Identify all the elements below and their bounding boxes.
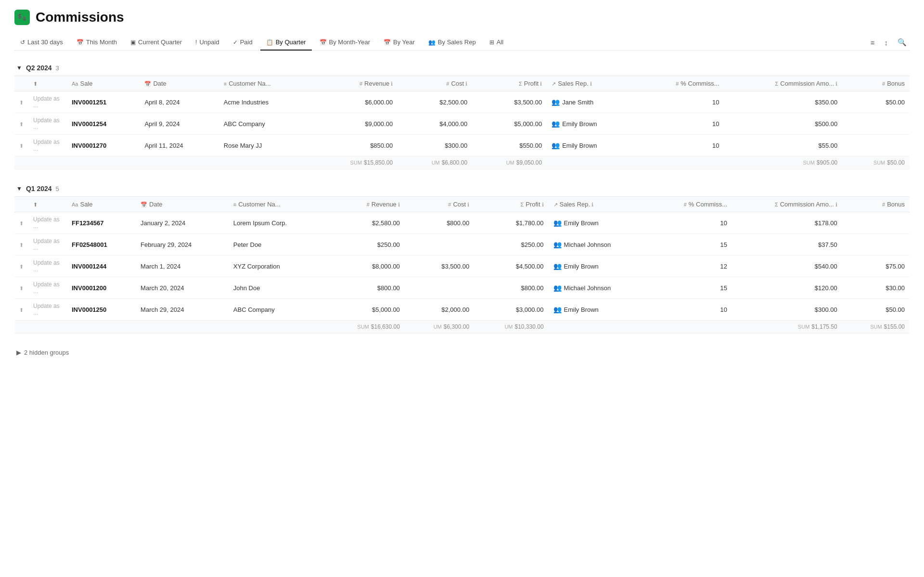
col-label-9: Commission Amo... bbox=[780, 80, 834, 87]
sum-cell-4 bbox=[229, 321, 325, 333]
col-info-7[interactable]: ℹ bbox=[590, 81, 592, 87]
row-update-btn-2[interactable]: Update as ... bbox=[28, 256, 67, 277]
cell-sales-rep-0: 👥Emily Brown bbox=[549, 212, 651, 234]
page-header: 💱 Commissions bbox=[14, 10, 910, 25]
toolbar-btn-unpaid[interactable]: !Unpaid bbox=[190, 35, 225, 51]
cell-pct-commission-1: 10 bbox=[637, 113, 724, 135]
toolbar-btn-label-last30days: Last 30 days bbox=[27, 38, 63, 46]
toolbar-btn-last30days[interactable]: ↺Last 30 days bbox=[14, 35, 69, 51]
sum-cell-8 bbox=[549, 321, 651, 333]
sum-cell-6: UM$6,300.00 bbox=[405, 321, 474, 333]
cell-pct-commission-3: 15 bbox=[651, 277, 732, 299]
toolbar-btn-all[interactable]: ⊞All bbox=[484, 35, 509, 51]
sum-cell-8 bbox=[547, 156, 637, 169]
toolbar-right: ≡ ↕ 🔍 bbox=[868, 36, 910, 49]
col-info-5[interactable]: ℹ bbox=[465, 81, 467, 87]
col-label-4: Revenue bbox=[364, 80, 389, 87]
col-label-10: Bonus bbox=[887, 80, 905, 87]
cell-date-0: January 2, 2024 bbox=[136, 212, 229, 234]
toolbar-btn-icon-last30days: ↺ bbox=[20, 39, 25, 46]
row-checkbox-1[interactable]: ⬆ bbox=[14, 234, 28, 256]
filter-icon[interactable]: ≡ bbox=[868, 37, 878, 49]
col-header-salesrep: ↗Sales Rep.ℹ bbox=[549, 197, 651, 212]
cell-revenue-1: $9,000.00 bbox=[312, 113, 398, 135]
col-header-actions bbox=[14, 76, 28, 91]
group-q2-2024: ▼ Q2 2024 3 ⬆AaSale📅Date≡Customer Na...#… bbox=[14, 60, 910, 169]
col-info-4[interactable]: ℹ bbox=[391, 81, 393, 87]
col-header-bonus: #Bonus bbox=[842, 76, 910, 91]
toolbar-btn-label-unpaid: Unpaid bbox=[199, 38, 219, 46]
col-icon-1: Aa bbox=[72, 202, 78, 207]
cell-sales-rep-0: 👥Jane Smith bbox=[547, 91, 637, 113]
col-info-6[interactable]: ℹ bbox=[540, 81, 542, 87]
row-expand-icon: ⬆ bbox=[19, 264, 24, 269]
row-checkbox-3[interactable]: ⬆ bbox=[14, 277, 28, 299]
toolbar-btn-bysalesrep[interactable]: 👥By Sales Rep bbox=[423, 35, 482, 51]
toolbar-btn-icon-all: ⊞ bbox=[489, 39, 494, 46]
cell-customer-1: ABC Company bbox=[219, 113, 312, 135]
sum-cell-3 bbox=[140, 156, 218, 169]
cell-bonus-3: $30.00 bbox=[842, 277, 910, 299]
sum-cell-11: SUM$155.00 bbox=[842, 321, 910, 333]
row-checkbox-2[interactable]: ⬆ bbox=[14, 256, 28, 277]
group-chevron-q1-2024: ▼ bbox=[16, 185, 22, 192]
col-label-3: Customer Na... bbox=[238, 201, 280, 208]
cell-commission-amt-4: $300.00 bbox=[732, 299, 842, 321]
sum-cell-5: SUM$16,630.00 bbox=[325, 321, 405, 333]
row-checkbox-0[interactable]: ⬆ bbox=[14, 91, 28, 113]
toolbar-btn-bymonthyear[interactable]: 📅By Month-Year bbox=[314, 35, 376, 51]
sum-cell-11: SUM$50.00 bbox=[842, 156, 910, 169]
col-info-7[interactable]: ℹ bbox=[591, 202, 593, 207]
toolbar-btn-byquarter[interactable]: 📋By Quarter bbox=[260, 35, 312, 51]
row-expand-icon: ⬆ bbox=[19, 100, 24, 105]
sort-icon[interactable]: ↕ bbox=[882, 37, 891, 49]
row-checkbox-4[interactable]: ⬆ bbox=[14, 299, 28, 321]
row-checkbox-0[interactable]: ⬆ bbox=[14, 212, 28, 234]
cell-sales-rep-2: 👥Emily Brown bbox=[549, 256, 651, 277]
col-icon-3: ≡ bbox=[224, 81, 227, 87]
row-update-btn-4[interactable]: Update as ... bbox=[28, 299, 67, 321]
group-header-q2-2024[interactable]: ▼ Q2 2024 3 bbox=[14, 60, 910, 76]
hidden-groups-label: 2 hidden groups bbox=[24, 349, 69, 356]
cell-profit-1: $250.00 bbox=[474, 234, 548, 256]
cell-bonus-0 bbox=[842, 212, 910, 234]
search-icon[interactable]: 🔍 bbox=[895, 36, 910, 49]
col-info-4[interactable]: ℹ bbox=[398, 202, 400, 207]
cell-revenue-1: $250.00 bbox=[325, 234, 405, 256]
col-info-9[interactable]: ℹ bbox=[835, 202, 837, 207]
row-update-btn-0[interactable]: Update as ... bbox=[28, 212, 67, 234]
row-update-btn-2[interactable]: Update as ... bbox=[28, 135, 67, 156]
cell-revenue-0: $2,580.00 bbox=[325, 212, 405, 234]
row-update-btn-1[interactable]: Update as ... bbox=[28, 234, 67, 256]
sum-row-q2-2024: SUM$15,850.00UM$6,800.00UM$9,050.00SUM$9… bbox=[14, 156, 910, 169]
cell-commission-amt-1: $37.50 bbox=[732, 234, 842, 256]
cell-date-2: March 1, 2024 bbox=[136, 256, 229, 277]
sales-rep-name: Jane Smith bbox=[562, 99, 593, 106]
col-label-4: Revenue bbox=[372, 201, 397, 208]
toolbar-btn-currentquarter[interactable]: ▣Current Quarter bbox=[125, 35, 188, 51]
col-info-9[interactable]: ℹ bbox=[835, 81, 837, 87]
row-expand-icon: ⬆ bbox=[19, 220, 24, 226]
toolbar-btn-label-byquarter: By Quarter bbox=[276, 38, 306, 46]
cell-cost-2: $300.00 bbox=[398, 135, 472, 156]
row-checkbox-1[interactable]: ⬆ bbox=[14, 113, 28, 135]
hidden-groups[interactable]: ▶ 2 hidden groups bbox=[14, 345, 910, 360]
cell-bonus-0: $50.00 bbox=[842, 91, 910, 113]
row-update-btn-0[interactable]: Update as ... bbox=[28, 91, 67, 113]
row-update-btn-1[interactable]: Update as ... bbox=[28, 113, 67, 135]
group-header-q1-2024[interactable]: ▼ Q1 2024 5 bbox=[14, 181, 910, 196]
col-info-5[interactable]: ℹ bbox=[467, 202, 469, 207]
table-row: ⬆Update as ...INV0001244March 1, 2024XYZ… bbox=[14, 256, 910, 277]
cell-profit-1: $5,000.00 bbox=[472, 113, 547, 135]
row-checkbox-2[interactable]: ⬆ bbox=[14, 135, 28, 156]
toolbar-btn-thismonth[interactable]: 📅This Month bbox=[71, 35, 123, 51]
col-info-6[interactable]: ℹ bbox=[542, 202, 544, 207]
row-update-btn-3[interactable]: Update as ... bbox=[28, 277, 67, 299]
cell-sales-rep-1: 👥Michael Johnson bbox=[549, 234, 651, 256]
col-header-commiss: #% Commiss... bbox=[637, 76, 724, 91]
col-header-date: 📅Date bbox=[136, 197, 229, 212]
toolbar-btn-byyear[interactable]: 📅By Year bbox=[378, 35, 421, 51]
toolbar-btn-paid[interactable]: ✓Paid bbox=[227, 35, 258, 51]
group-label-q1-2024: Q1 2024 bbox=[26, 185, 52, 192]
col-header-: ⬆ bbox=[28, 197, 67, 212]
